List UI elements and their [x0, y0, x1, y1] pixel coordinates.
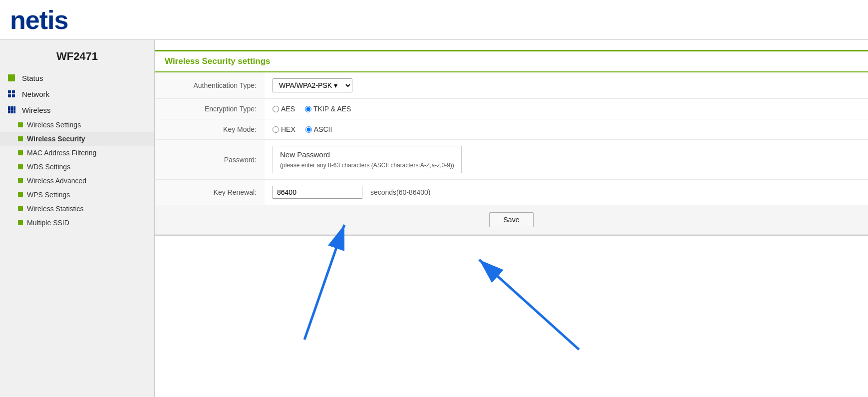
key-mode-ascii-label[interactable]: ASCII [305, 125, 332, 133]
password-tooltip: New Password (please enter any 8-63 char… [273, 146, 462, 173]
password-hint: (please enter any 8-63 characters (ASCII… [280, 162, 454, 169]
sidebar-label-wds-settings: WDS Settings [27, 163, 70, 171]
encryption-tkip-text: TKIP & AES [313, 105, 351, 113]
auth-type-select[interactable]: WPA/WPA2-PSK ▾ [273, 78, 352, 92]
wireless-icon [8, 105, 17, 114]
save-row: Save [155, 205, 868, 235]
svg-line-3 [479, 260, 579, 350]
logo-text: netis [10, 5, 68, 34]
password-input-cell: New Password (please enter any 8-63 char… [265, 140, 868, 180]
new-password-title: New Password [280, 150, 454, 159]
encryption-type-row: Encryption Type: AES TKIP & AES [155, 99, 868, 119]
sidebar-item-wireless-settings[interactable]: Wireless Settings [0, 118, 154, 132]
seconds-label: seconds(60-86400) [370, 188, 431, 196]
encryption-tkip-label[interactable]: TKIP & AES [305, 105, 351, 113]
key-mode-radio-group: HEX ASCII [273, 125, 860, 133]
encryption-aes-radio[interactable] [273, 106, 279, 112]
key-mode-hex-radio[interactable] [273, 126, 279, 133]
header: netis [0, 0, 868, 40]
sidebar-label-network: Network [22, 90, 49, 98]
key-renewal-row: Key Renewal: 86400 seconds(60-86400) [155, 180, 868, 205]
auth-type-label: Authentication Type: [155, 72, 265, 99]
key-mode-ascii-text: ASCII [314, 125, 332, 133]
wireless-advanced-icon [18, 178, 23, 183]
layout: WF2471 Status Network [0, 40, 868, 397]
status-icon [8, 73, 17, 82]
encryption-tkip-radio[interactable] [305, 106, 311, 112]
sidebar-item-wps-settings[interactable]: WPS Settings [0, 188, 154, 202]
sidebar-label-multiple-ssid: Multiple SSID [27, 219, 69, 227]
encryption-type-label: Encryption Type: [155, 99, 265, 119]
sidebar-label-mac-filtering: MAC Address Filtering [27, 149, 96, 157]
key-renewal-input-cell: 86400 seconds(60-86400) [265, 180, 868, 205]
sidebar-item-wireless[interactable]: Wireless [0, 102, 154, 118]
password-row: Password: New Password (please enter any… [155, 140, 868, 180]
sidebar-label-wireless-statistics: Wireless Statistics [27, 205, 84, 213]
encryption-type-radio-group: AES TKIP & AES [273, 105, 860, 113]
save-cell: Save [155, 205, 868, 235]
key-renewal-label: Key Renewal: [155, 180, 265, 205]
key-mode-hex-text: HEX [281, 125, 295, 133]
wireless-settings-icon [18, 122, 23, 127]
svg-line-2 [304, 225, 344, 340]
wps-settings-icon [18, 192, 23, 197]
section-header: Wireless Security settings [155, 50, 868, 72]
key-mode-hex-label[interactable]: HEX [273, 125, 295, 133]
sidebar-label-wireless-advanced: Wireless Advanced [27, 177, 86, 185]
sidebar-label-wireless-security: Wireless Security [27, 135, 85, 143]
network-icon [8, 89, 17, 98]
sidebar-item-mac-filtering[interactable]: MAC Address Filtering [0, 146, 154, 160]
encryption-aes-label[interactable]: AES [273, 105, 295, 113]
wireless-security-icon [18, 136, 23, 141]
bottom-divider [155, 235, 868, 236]
sidebar: WF2471 Status Network [0, 40, 155, 397]
save-button[interactable]: Save [489, 212, 534, 227]
encryption-aes-text: AES [281, 105, 295, 113]
sidebar-item-wireless-advanced[interactable]: Wireless Advanced [0, 174, 154, 188]
sidebar-label-wireless-settings: Wireless Settings [27, 121, 81, 129]
key-renewal-input[interactable]: 86400 [273, 186, 362, 199]
sidebar-item-status[interactable]: Status [0, 70, 154, 86]
multiple-ssid-icon [18, 220, 23, 225]
main-content: Wireless Security settings Authenticatio… [155, 40, 868, 397]
device-name: WF2471 [0, 45, 154, 70]
mac-filtering-icon [18, 150, 23, 155]
key-mode-input-cell: HEX ASCII [265, 119, 868, 140]
section-title: Wireless Security settings [165, 56, 271, 66]
sidebar-label-wireless: Wireless [22, 106, 51, 114]
auth-type-input-cell: WPA/WPA2-PSK ▾ [265, 72, 868, 99]
logo: netis [10, 5, 68, 35]
wireless-statistics-icon [18, 206, 23, 211]
encryption-type-input-cell: AES TKIP & AES [265, 99, 868, 119]
key-mode-row: Key Mode: HEX ASCII [155, 119, 868, 140]
auth-type-row: Authentication Type: WPA/WPA2-PSK ▾ [155, 72, 868, 99]
key-mode-ascii-radio[interactable] [305, 126, 312, 133]
security-settings-form: Authentication Type: WPA/WPA2-PSK ▾ Encr… [155, 72, 868, 235]
wds-settings-icon [18, 164, 23, 169]
password-label: Password: [155, 140, 265, 180]
sidebar-item-wireless-security[interactable]: Wireless Security [0, 132, 154, 146]
sidebar-item-network[interactable]: Network [0, 86, 154, 102]
sidebar-item-wds-settings[interactable]: WDS Settings [0, 160, 154, 174]
sidebar-item-multiple-ssid[interactable]: Multiple SSID [0, 216, 154, 230]
key-mode-label: Key Mode: [155, 119, 265, 140]
sidebar-label-wps-settings: WPS Settings [27, 191, 70, 199]
sidebar-item-wireless-statistics[interactable]: Wireless Statistics [0, 202, 154, 216]
sidebar-label-status: Status [22, 74, 43, 82]
